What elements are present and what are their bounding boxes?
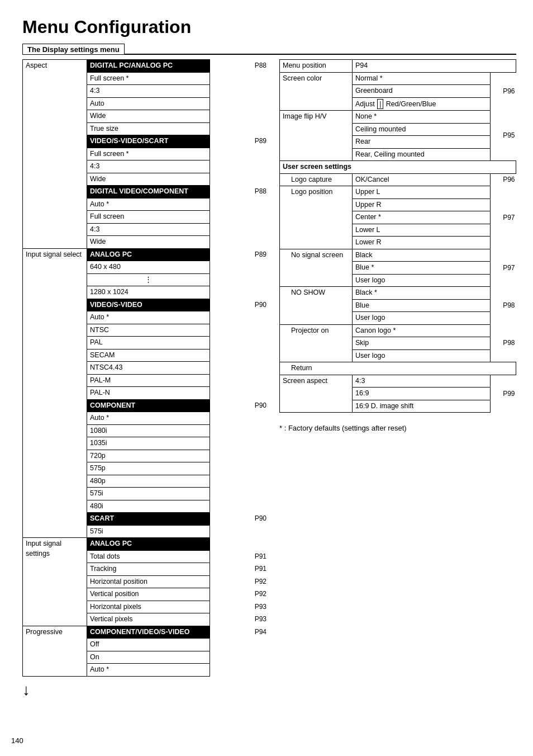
logo-capture-label: Logo capture [280, 173, 353, 186]
digital-pc-header: DIGITAL PC/ANALOG PC [87, 60, 210, 73]
screen-aspect-label: Screen aspect [280, 375, 353, 413]
scart-header: SCART [87, 513, 210, 526]
logo-position-row: Logo position Upper L P97 [280, 186, 516, 199]
return-row: Return [280, 362, 516, 375]
no-signal-screen-label: No signal screen [280, 249, 353, 287]
no-show-row: NO SHOW Black * P98 [280, 287, 516, 300]
progressive-label: Progressive [23, 626, 87, 676]
analog-pc-header-2: ANALOG PC [87, 538, 210, 551]
aspect-label: Aspect [23, 60, 87, 249]
analog-pc-header-1: ANALOG PC [87, 248, 210, 261]
section-title: The Display settings menu [22, 44, 125, 55]
input-signal-select-label: Input signal select [23, 248, 87, 538]
footer-note: * : Factory defaults (settings after res… [279, 424, 516, 432]
screen-color-row: Screen color Normal * P96 [280, 72, 516, 85]
screen-color-label: Screen color [280, 72, 353, 111]
projector-on-row: Projector on Canon logo * P98 [280, 324, 516, 337]
video-s-video-2-header: VIDEO/S-VIDEO [87, 299, 210, 311]
right-menu-table: Menu position P94 Screen color Normal * … [279, 59, 516, 413]
menu-position-row: Menu position P94 [280, 60, 516, 73]
logo-position-label: Logo position [280, 186, 353, 249]
page-number: 140 [11, 736, 23, 745]
input-signal-settings-row: Input signal settings ANALOG PC [23, 538, 268, 551]
projector-on-label: Projector on [280, 324, 353, 362]
right-column: Menu position P94 Screen color Normal * … [279, 59, 516, 699]
video-s-video-header: VIDEO/S-VIDEO/SCART [87, 135, 210, 148]
component-video-header: COMPONENT/VIDEO/S-VIDEO [87, 626, 210, 639]
progressive-row: Progressive COMPONENT/VIDEO/S-VIDEO P94 [23, 626, 268, 639]
page-title: Menu Configuration [22, 17, 516, 37]
menu-position-page: P94 [353, 60, 516, 73]
screen-aspect-row: Screen aspect 4:3 P99 [280, 375, 516, 388]
bottom-arrow: ↓ [22, 679, 268, 699]
logo-capture-row: Logo capture OK/Cancel P96 [280, 173, 516, 186]
left-menu-table: Aspect DIGITAL PC/ANALOG PC P88 Full scr… [22, 59, 268, 677]
menu-position-label: Menu position [280, 60, 353, 73]
input-signal-select-row: Input signal select ANALOG PC P89 [23, 248, 268, 261]
left-column: Aspect DIGITAL PC/ANALOG PC P88 Full scr… [22, 59, 268, 699]
digital-video-header: DIGITAL VIDEO/COMPONENT [87, 186, 210, 199]
image-flip-row: Image flip H/V None * P95 [280, 111, 516, 124]
user-screen-settings-header-row: User screen settings [280, 161, 516, 174]
aspect-label-row: Aspect DIGITAL PC/ANALOG PC P88 [23, 60, 268, 73]
return-label: Return [280, 362, 516, 375]
no-show-label: NO SHOW [280, 287, 353, 325]
no-signal-screen-row: No signal screen Black P97 [280, 249, 516, 262]
image-flip-label: Image flip H/V [280, 111, 353, 161]
user-screen-settings-label: User screen settings [280, 161, 516, 174]
component-header: COMPONENT [87, 399, 210, 412]
p88-1: P88 [210, 60, 268, 73]
input-signal-settings-label: Input signal settings [23, 538, 87, 626]
